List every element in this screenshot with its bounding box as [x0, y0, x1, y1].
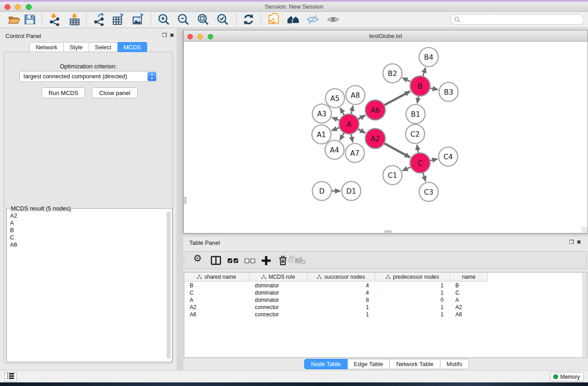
graph-edge-B-B2[interactable]: [402, 78, 411, 82]
table-row-A6[interactable]: A6connector11A6: [184, 311, 587, 318]
graph-edge-A-A7[interactable]: [351, 134, 353, 143]
column-header-predecessor-nodes[interactable]: predecessor nodes: [375, 272, 450, 281]
table-row-A2[interactable]: A2connector11A2: [184, 304, 587, 311]
show-details-icon[interactable]: [327, 13, 339, 26]
mcds-result-item[interactable]: C: [9, 234, 163, 241]
column-header-shared-name[interactable]: shared name: [184, 272, 249, 281]
graph-edge-A-A6[interactable]: [358, 115, 365, 119]
desktop-background-bottom: [0, 382, 588, 386]
graph-edge-C-C2[interactable]: [417, 145, 418, 153]
duplicate-network-icon[interactable]: [268, 13, 280, 26]
float-table-panel-icon[interactable]: ❐: [569, 239, 577, 245]
graph-edge-B-B4[interactable]: [423, 67, 425, 76]
network-horizontal-scrollstub[interactable]: [384, 230, 392, 233]
graph-edge-A-A1[interactable]: [331, 128, 339, 131]
close-panel-button[interactable]: Close panel: [92, 87, 138, 98]
network-vertical-scrollstub[interactable]: [184, 197, 186, 204]
table-cell: dominator: [249, 296, 307, 304]
unselect-all-columns-icon[interactable]: [244, 255, 256, 267]
mcds-result-item[interactable]: A2: [9, 212, 163, 219]
search-input[interactable]: [450, 14, 584, 25]
panel-divider[interactable]: [177, 28, 183, 372]
graph-node-label-C3: C3: [424, 188, 434, 196]
table-cell: C: [184, 289, 249, 296]
import-network-icon[interactable]: [48, 13, 61, 26]
column-header-name[interactable]: name: [450, 272, 488, 281]
table-row-A[interactable]: Adominator80A: [184, 296, 587, 304]
save-session-icon[interactable]: [24, 13, 36, 26]
graph-edge-B-B1[interactable]: [417, 96, 419, 104]
network-window-title: testGlobe.txt: [184, 33, 588, 39]
mcds-result-item[interactable]: A: [9, 219, 163, 227]
control-panel-tab-select[interactable]: Select: [89, 42, 118, 52]
table-tab-motifs[interactable]: Motifs: [440, 359, 469, 369]
table-tab-edge-table[interactable]: Edge Table: [348, 359, 390, 369]
table-options-icon[interactable]: ⚙: [193, 253, 205, 265]
graph-edge-A-A8[interactable]: [351, 105, 353, 114]
graph-node-label-A1: A1: [317, 131, 326, 139]
network-graph-canvas[interactable]: B4B2BB3B1A5A8A6A3AA1C2A2A4A7CC4C1C3DD1: [184, 42, 588, 233]
graph-edge-C-C4[interactable]: [430, 159, 437, 161]
graph-edge-A6-B[interactable]: [384, 91, 410, 105]
zoom-selected-icon[interactable]: [216, 13, 229, 26]
zoom-fit-icon[interactable]: [197, 13, 210, 26]
open-file-icon[interactable]: [8, 13, 20, 26]
import-table-icon[interactable]: [69, 13, 81, 26]
graph-edge-A-A3[interactable]: [332, 118, 339, 121]
table-cell: A6: [184, 311, 249, 318]
add-column-icon[interactable]: [260, 255, 272, 267]
control-panel-title: Control Panel: [5, 33, 41, 39]
hide-details-icon[interactable]: [306, 13, 319, 26]
export-table-icon[interactable]: [112, 13, 125, 26]
table-row-B[interactable]: Bdominator41B: [184, 282, 587, 289]
export-network-icon[interactable]: [92, 13, 105, 26]
table-tab-node-table[interactable]: Node Table: [304, 359, 348, 369]
table-cell: 1: [307, 304, 375, 311]
memory-button[interactable]: Memory: [550, 372, 584, 381]
show-columns-icon[interactable]: [210, 255, 222, 267]
home-icon[interactable]: [287, 13, 300, 26]
mcds-result-item[interactable]: A6: [9, 241, 163, 248]
column-header-MCDS-role[interactable]: MCDS role: [249, 272, 307, 281]
column-namespace-icon: [197, 275, 202, 279]
table-tab-network-table[interactable]: Network Table: [390, 359, 440, 369]
graph-node-label-A6: A6: [371, 106, 380, 114]
float-panel-icon[interactable]: ❐: [162, 32, 170, 38]
select-all-columns-icon[interactable]: [227, 255, 239, 267]
close-table-panel-icon[interactable]: ✖: [577, 239, 584, 245]
column-header-successor-nodes[interactable]: successor nodes: [307, 272, 375, 281]
main-toolbar: [0, 12, 588, 28]
table-cell: connector: [249, 311, 307, 318]
network-view-window: testGlobe.txt B4B2BB3B1A5A8A6A3AA1C2A2A4…: [183, 30, 588, 234]
run-mcds-button[interactable]: Run MCDS: [42, 87, 85, 98]
graph-node-label-C: C: [418, 159, 423, 167]
mcds-result-item[interactable]: B: [9, 227, 163, 234]
window-resize-grip[interactable]: [582, 227, 587, 233]
graph-edge-A-A2[interactable]: [358, 129, 365, 133]
table-scrollbar[interactable]: [582, 273, 586, 357]
result-list-scrollbar[interactable]: [167, 211, 171, 359]
table-cell: 1: [375, 311, 450, 318]
control-panel-tab-mcds[interactable]: MCDS: [118, 42, 147, 52]
control-panel-tab-network[interactable]: Network: [29, 42, 64, 52]
optimization-criterion-select[interactable]: largest connected component (directed) ▲…: [19, 71, 157, 82]
toolbar-separator: [86, 13, 86, 26]
graph-edge-A-A5[interactable]: [340, 108, 344, 115]
graph-edge-A2-C[interactable]: [384, 143, 410, 157]
task-history-button[interactable]: [5, 372, 17, 381]
graph-node-label-B: B: [418, 82, 423, 91]
zoom-out-icon[interactable]: [177, 13, 190, 26]
graph-edge-C-C3[interactable]: [423, 172, 425, 181]
network-window-titlebar[interactable]: testGlobe.txt: [184, 30, 588, 42]
export-image-icon[interactable]: [132, 13, 145, 26]
refresh-icon[interactable]: [242, 13, 255, 26]
table-cell: B: [450, 282, 488, 289]
table-row-C[interactable]: Cdominator41C: [184, 289, 587, 296]
graph-edge-B-B3[interactable]: [430, 88, 438, 90]
memory-status-icon: [553, 374, 558, 379]
close-panel-icon[interactable]: ✖: [170, 32, 177, 38]
zoom-in-icon[interactable]: [158, 13, 170, 26]
control-panel-tab-style[interactable]: Style: [64, 42, 89, 52]
graph-edge-A-A4[interactable]: [340, 133, 344, 140]
graph-edge-C-C1[interactable]: [402, 167, 411, 171]
